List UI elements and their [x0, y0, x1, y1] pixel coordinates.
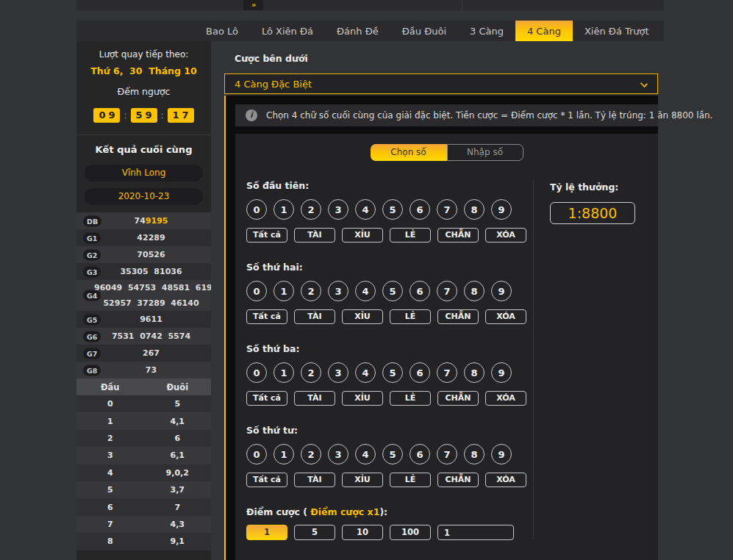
digit-8-button[interactable]: 8 — [464, 444, 485, 464]
digit-1-button[interactable]: 1 — [273, 281, 294, 301]
xiu-button[interactable]: XỈU — [342, 473, 383, 487]
digit-0-button[interactable]: 0 — [246, 362, 267, 383]
tai-button[interactable]: TÀI — [294, 391, 335, 406]
results-sidebar: Lượt quay tiếp theo: Thứ 6, 30 Tháng 10 … — [76, 41, 211, 560]
head-value: 5 — [76, 485, 144, 495]
digit-4-button[interactable]: 4 — [355, 444, 376, 464]
tai-button[interactable]: TÀI — [294, 309, 335, 324]
tat-ca-button[interactable]: Tất cả — [246, 228, 287, 243]
digit-5-button[interactable]: 5 — [382, 281, 403, 301]
digit-2-button[interactable]: 2 — [301, 362, 321, 383]
top-strip-divider — [462, 0, 462, 10]
ratio-label: Tỷ lệ thưởng: — [550, 182, 635, 193]
bet-panel: Chọn số Nhập số Số đầu tiên:0123456789Tấ… — [235, 134, 658, 560]
chan-button[interactable]: CHẴN — [437, 309, 479, 324]
chan-button[interactable]: CHẴN — [437, 228, 479, 243]
expand-toolbar-icon[interactable]: » — [243, 0, 263, 10]
next-draw-date: Thứ 6, 30 Tháng 10 — [76, 65, 211, 76]
tat-ca-button[interactable]: Tất cả — [246, 473, 287, 487]
digit-3-button[interactable]: 3 — [328, 362, 348, 383]
quick-buttons-row: Tất cảTÀIXỈULẺCHẴNXÓA — [246, 473, 533, 487]
xoa-button[interactable]: XÓA — [485, 309, 526, 324]
digit-0-button[interactable]: 0 — [246, 281, 267, 301]
xiu-button[interactable]: XỈU — [342, 228, 383, 243]
digit-7-button[interactable]: 7 — [437, 281, 457, 301]
digit-1-button[interactable]: 1 — [273, 444, 294, 464]
digit-3-button[interactable]: 3 — [328, 199, 348, 220]
bet-points-chip-10[interactable]: 10 — [342, 525, 383, 540]
bet-points-chip-1[interactable]: 1 — [246, 525, 287, 540]
le-button[interactable]: LẺ — [390, 391, 431, 406]
digit-9-button[interactable]: 9 — [491, 199, 512, 220]
digit-6-button[interactable]: 6 — [410, 281, 430, 301]
digit-4-button[interactable]: 4 — [355, 362, 376, 383]
digits-row: 0123456789 — [246, 444, 533, 464]
digit-7-button[interactable]: 7 — [437, 444, 457, 464]
digit-5-button[interactable]: 5 — [382, 199, 403, 220]
digit-5-button[interactable]: 5 — [382, 444, 403, 464]
digit-0-button[interactable]: 0 — [246, 444, 267, 464]
bet-type-select[interactable]: 4 Càng Đặc Biệt — [224, 73, 658, 94]
head-tail-row: 74,3 — [76, 516, 211, 533]
date-select-pill[interactable]: 2020-10-23 — [85, 188, 203, 205]
tai-button[interactable]: TÀI — [294, 473, 335, 487]
le-button[interactable]: LẺ — [390, 309, 431, 324]
digit-9-button[interactable]: 9 — [491, 444, 512, 464]
digit-1-button[interactable]: 1 — [273, 199, 294, 220]
digit-8-button[interactable]: 8 — [464, 362, 485, 383]
xiu-button[interactable]: XỈU — [342, 309, 383, 324]
le-button[interactable]: LẺ — [390, 228, 431, 243]
chan-button[interactable]: CHẴN — [437, 391, 479, 406]
last-results-title: Kết quả cuối cùng — [76, 144, 211, 155]
head-tail-row: 05 — [76, 395, 211, 412]
xoa-button[interactable]: XÓA — [485, 473, 526, 487]
tail-value: 5 — [144, 399, 212, 409]
digit-2-button[interactable]: 2 — [301, 444, 321, 464]
bet-points-input[interactable] — [437, 525, 514, 540]
digit-6-button[interactable]: 6 — [410, 199, 430, 220]
mode-enter-numbers-button[interactable]: Nhập số — [447, 144, 523, 161]
digit-9-button[interactable]: 9 — [491, 362, 512, 383]
tab-4-cang[interactable]: 4 Càng — [515, 21, 573, 41]
digit-5-button[interactable]: 5 — [382, 362, 403, 383]
digit-0-button[interactable]: 0 — [246, 199, 267, 220]
le-button[interactable]: LẺ — [390, 473, 431, 487]
head-tail-row: 36,1 — [76, 447, 211, 464]
xiu-button[interactable]: XỈU — [342, 391, 383, 406]
tat-ca-button[interactable]: Tất cả — [246, 391, 287, 406]
tat-ca-button[interactable]: Tất cả — [246, 309, 287, 324]
bet-points-chip-100[interactable]: 100 — [390, 525, 431, 540]
digit-2-button[interactable]: 2 — [301, 281, 321, 301]
digit-7-button[interactable]: 7 — [437, 199, 457, 220]
bet-points-chip-5[interactable]: 5 — [294, 525, 335, 540]
digit-1-button[interactable]: 1 — [273, 362, 294, 383]
tab-danh-de[interactable]: Đánh Đề — [325, 21, 390, 41]
tab-bao-lo[interactable]: Bao Lô — [194, 21, 250, 41]
xoa-button[interactable]: XÓA — [485, 228, 526, 243]
mode-select-numbers-button[interactable]: Chọn số — [371, 144, 447, 161]
tabbar-spacer — [76, 21, 194, 41]
chan-button[interactable]: CHẴN — [437, 473, 479, 487]
digit-8-button[interactable]: 8 — [464, 281, 485, 301]
digit-6-button[interactable]: 6 — [410, 362, 430, 383]
digit-4-button[interactable]: 4 — [355, 281, 376, 301]
next-draw-block: Lượt quay tiếp theo: Thứ 6, 30 Tháng 10 … — [76, 41, 211, 123]
bet-points-label-prefix: Điểm cược ( — [246, 506, 310, 517]
tab-xien-da-truot[interactable]: Xiên Đá Trượt — [573, 21, 661, 41]
digit-9-button[interactable]: 9 — [491, 281, 512, 301]
digit-6-button[interactable]: 6 — [410, 444, 430, 464]
region-select-pill[interactable]: Vĩnh Long — [85, 165, 203, 182]
digit-8-button[interactable]: 8 — [464, 199, 485, 220]
digit-2-button[interactable]: 2 — [301, 199, 321, 220]
betting-main: Cược bên dưới 4 Càng Đặc Biệt i Chọn 4 c… — [224, 41, 658, 560]
tab-3-cang[interactable]: 3 Càng — [458, 21, 515, 41]
digit-3-button[interactable]: 3 — [328, 444, 348, 464]
tai-button[interactable]: TÀI — [294, 228, 335, 243]
digit-7-button[interactable]: 7 — [437, 362, 457, 383]
xoa-button[interactable]: XÓA — [485, 391, 526, 406]
tab-dau-duoi[interactable]: Đầu Đuôi — [390, 21, 458, 41]
tab-lo-xien-da[interactable]: Lô Xiên Đá — [250, 21, 325, 41]
digit-3-button[interactable]: 3 — [328, 281, 348, 301]
digit-4-button[interactable]: 4 — [355, 199, 376, 220]
tail-value: 6,1 — [144, 450, 212, 460]
